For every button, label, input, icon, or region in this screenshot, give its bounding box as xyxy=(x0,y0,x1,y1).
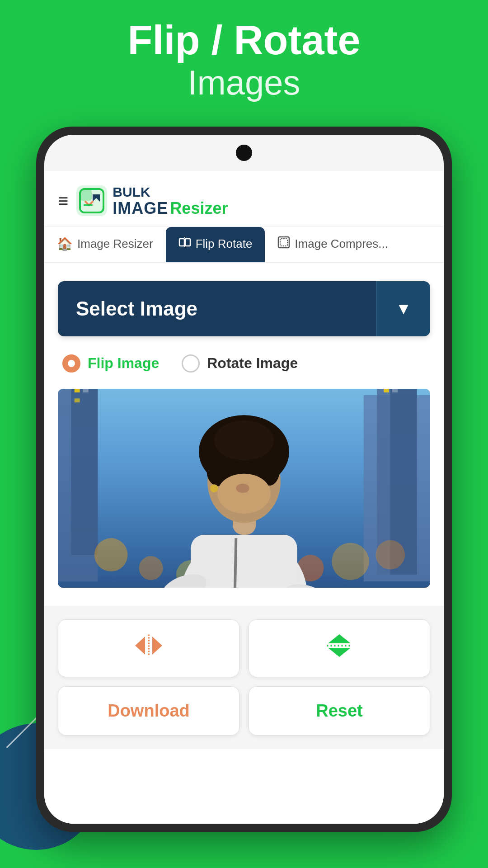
svg-point-42 xyxy=(217,473,271,513)
svg-rect-5 xyxy=(185,239,190,246)
tab-image-compress[interactable]: Image Compres... xyxy=(265,227,401,262)
tab-image-resizer[interactable]: 🏠 Image Resizer xyxy=(44,227,166,262)
select-image-dropdown[interactable]: ▼ xyxy=(376,281,430,336)
select-image-button[interactable]: Select Image xyxy=(58,281,376,336)
top-heading-area: Flip / Rotate Images xyxy=(0,18,488,102)
download-reset-row: Download Reset xyxy=(58,686,430,736)
logo-area: BULK IMAGE Resizer xyxy=(76,184,228,217)
app-header: ≡ BULK IMAGE Res xyxy=(44,171,444,227)
svg-marker-46 xyxy=(135,637,145,655)
svg-rect-31 xyxy=(191,535,297,588)
screen-content: ≡ BULK IMAGE Res xyxy=(44,171,444,824)
tab-image-compress-label: Image Compres... xyxy=(295,237,388,251)
flip-image-option[interactable]: Flip Image xyxy=(62,354,159,373)
logo-image: IMAGE xyxy=(113,199,168,217)
hamburger-menu-icon[interactable]: ≡ xyxy=(58,191,68,211)
svg-rect-3 xyxy=(84,204,93,206)
svg-rect-16 xyxy=(75,398,80,402)
svg-rect-8 xyxy=(280,239,287,246)
flip-vertical-button[interactable] xyxy=(249,619,430,677)
flip-horizontal-icon xyxy=(135,634,162,662)
image-preview xyxy=(58,389,430,588)
flip-vertical-icon xyxy=(326,634,353,662)
svg-point-28 xyxy=(332,542,369,580)
tab-image-resizer-label: Image Resizer xyxy=(77,237,153,251)
svg-point-44 xyxy=(236,483,249,493)
phone-frame: ≡ BULK IMAGE Res xyxy=(36,127,452,832)
phone-screen: ≡ BULK IMAGE Res xyxy=(44,135,444,824)
tab-navigation: 🏠 Image Resizer Flip Rotate xyxy=(44,227,444,263)
compress-tab-icon xyxy=(277,236,290,252)
heading-line1: Flip / Rotate xyxy=(0,18,488,63)
rotate-image-label: Rotate Image xyxy=(207,355,298,372)
logo-icon xyxy=(76,185,107,216)
flip-rotate-tab-icon xyxy=(178,236,191,252)
reset-button[interactable]: Reset xyxy=(249,686,430,736)
flip-horizontal-button[interactable] xyxy=(58,619,239,677)
svg-marker-47 xyxy=(152,637,162,655)
home-icon: 🏠 xyxy=(57,236,73,251)
main-content: Select Image ▼ Flip Image Rotate Image xyxy=(44,263,444,606)
svg-point-29 xyxy=(375,540,405,569)
download-button[interactable]: Download xyxy=(58,686,239,736)
logo-resizer: Resizer xyxy=(170,199,228,217)
flip-image-radio[interactable] xyxy=(62,354,80,373)
logo-text: BULK IMAGE Resizer xyxy=(113,184,228,217)
svg-rect-2 xyxy=(80,189,92,201)
svg-point-24 xyxy=(94,538,128,571)
rotate-image-option[interactable]: Rotate Image xyxy=(182,354,298,373)
svg-rect-14 xyxy=(75,389,80,392)
tab-flip-rotate[interactable]: Flip Rotate xyxy=(166,227,265,262)
svg-marker-56 xyxy=(328,634,351,643)
dropdown-arrow-icon: ▼ xyxy=(395,299,412,318)
svg-rect-11 xyxy=(71,389,98,555)
svg-point-25 xyxy=(139,556,163,580)
select-image-wrapper: Select Image ▼ xyxy=(58,281,430,336)
action-area: Download Reset xyxy=(44,606,444,749)
svg-rect-23 xyxy=(392,389,398,392)
camera-hole xyxy=(236,145,252,161)
rotate-image-radio[interactable] xyxy=(182,354,200,373)
flip-image-label: Flip Image xyxy=(88,355,159,372)
svg-point-43 xyxy=(210,484,218,492)
svg-rect-22 xyxy=(384,389,389,392)
tab-flip-rotate-label: Flip Rotate xyxy=(196,237,253,251)
logo-bulk: BULK xyxy=(113,184,228,199)
svg-rect-4 xyxy=(179,239,184,246)
flip-rotate-buttons-row xyxy=(58,619,430,677)
svg-rect-15 xyxy=(83,389,89,392)
svg-point-39 xyxy=(214,420,274,460)
image-placeholder xyxy=(58,389,430,588)
radio-options-row: Flip Image Rotate Image xyxy=(58,354,430,373)
heading-line2: Images xyxy=(0,63,488,102)
svg-marker-57 xyxy=(328,648,351,657)
